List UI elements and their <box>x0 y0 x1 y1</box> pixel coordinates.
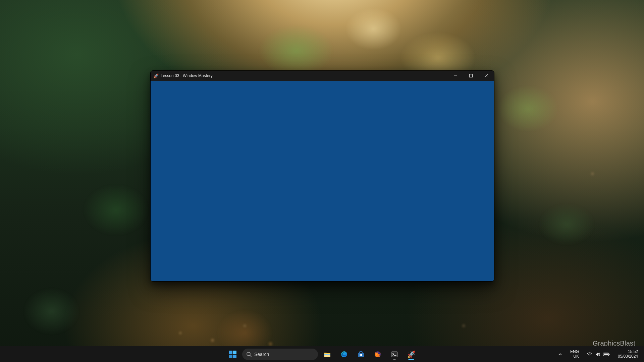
terminal-icon <box>390 350 398 358</box>
client-area <box>151 81 494 281</box>
svg-rect-3 <box>324 354 330 355</box>
minimize-icon <box>454 74 457 77</box>
close-button[interactable] <box>479 71 494 81</box>
file-explorer-button[interactable] <box>320 348 335 361</box>
volume-icon <box>595 352 600 357</box>
file-explorer-icon <box>323 350 331 358</box>
running-indicator <box>393 359 396 360</box>
svg-point-12 <box>589 356 590 356</box>
minimize-button[interactable] <box>448 71 463 81</box>
clock-button[interactable]: 15:52 05/03/2024 <box>615 348 641 360</box>
firefox-button[interactable] <box>370 348 385 361</box>
terminal-button[interactable] <box>387 348 402 361</box>
firefox-icon <box>374 350 382 358</box>
clock-time: 15:52 <box>618 350 638 354</box>
edge-icon <box>340 350 348 358</box>
search-placeholder: Search <box>254 352 269 357</box>
language-secondary: UK <box>570 354 579 359</box>
active-indicator <box>408 359 414 360</box>
battery-icon <box>603 352 610 356</box>
svg-rect-5 <box>358 353 364 357</box>
svg-rect-0 <box>470 74 473 77</box>
system-tray: ENG UK 15:52 <box>555 346 641 362</box>
close-icon <box>485 74 488 77</box>
taskbar[interactable]: Search <box>0 346 644 362</box>
window-title: Lesson 03 - Window Mastery <box>161 73 213 78</box>
svg-rect-8 <box>360 355 361 356</box>
rocket-icon: 🚀 <box>153 73 159 78</box>
search-input[interactable]: Search <box>242 349 318 360</box>
svg-rect-15 <box>604 353 608 355</box>
maximize-button[interactable] <box>463 71 479 81</box>
svg-rect-9 <box>361 355 362 356</box>
wifi-icon <box>587 352 592 357</box>
lesson-app-button[interactable]: 🚀 <box>404 348 419 361</box>
app-window[interactable]: 🚀 Lesson 03 - Window Mastery <box>150 70 494 282</box>
tray-overflow-button[interactable] <box>555 351 565 358</box>
svg-rect-14 <box>609 354 609 355</box>
chevron-up-icon <box>558 352 562 356</box>
svg-rect-6 <box>360 354 361 355</box>
svg-rect-11 <box>391 352 397 357</box>
language-primary: ENG <box>570 350 579 354</box>
start-icon <box>229 351 236 358</box>
edge-button[interactable] <box>337 348 352 361</box>
clock-date: 05/03/2024 <box>618 354 638 359</box>
rocket-icon: 🚀 <box>407 350 416 358</box>
store-button[interactable] <box>354 348 368 361</box>
search-icon <box>246 352 252 357</box>
start-button[interactable] <box>225 348 240 361</box>
taskbar-center: Search <box>225 348 419 361</box>
svg-rect-7 <box>361 354 362 355</box>
quick-settings-button[interactable] <box>584 350 612 358</box>
window-controls <box>448 71 494 81</box>
titlebar[interactable]: 🚀 Lesson 03 - Window Mastery <box>151 71 494 81</box>
store-icon <box>357 350 365 358</box>
language-button[interactable]: ENG UK <box>568 348 582 360</box>
maximize-icon <box>469 74 473 77</box>
